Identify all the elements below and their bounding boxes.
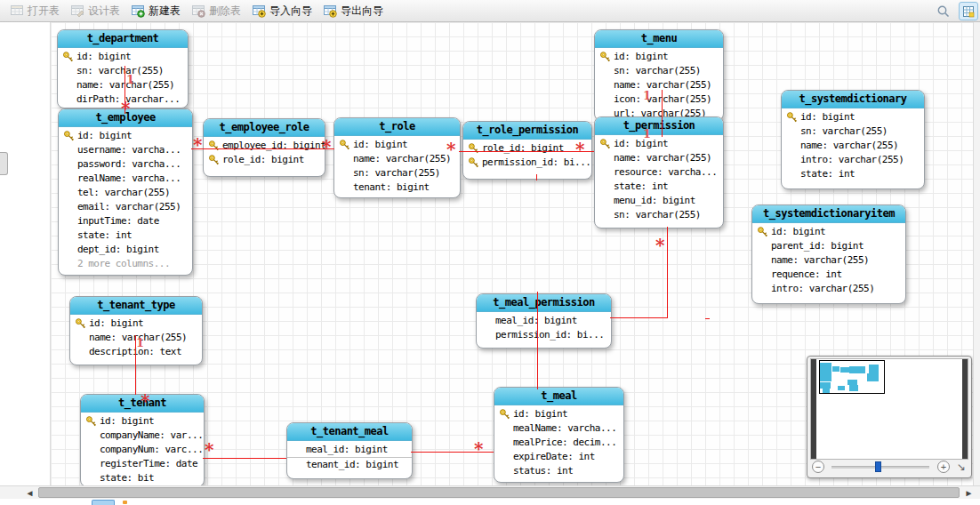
key-spacer [63, 230, 77, 242]
zoom-in-button[interactable]: + [937, 461, 950, 473]
key-spacer [786, 155, 800, 166]
key-spacer [75, 347, 89, 358]
resize-handle-icon[interactable]: ↘ [957, 461, 966, 473]
key-spacer [292, 460, 306, 471]
field-text: resource: varcha... [614, 165, 717, 180]
table-t_systemdictionary[interactable]: t_systemdictionary id: bigintsn: varchar… [781, 90, 925, 189]
primary-key-icon [63, 131, 75, 142]
table-t_employee[interactable]: t_employee id: bigintusername: varcha...… [58, 108, 193, 276]
table-field-row: dept_id: bigint [59, 243, 192, 257]
table-field-row: role_id: bigint [204, 153, 325, 167]
table-t_menu[interactable]: t_menu id: bigintsn: varchar(255)name: v… [594, 29, 724, 121]
zoom-out-button[interactable]: − [812, 461, 824, 473]
toolbar-button-import-wizard[interactable]: 导入向导 [247, 2, 318, 20]
toolbar-button-new-table[interactable]: 新建表 [126, 2, 187, 20]
table-t_role_permission[interactable]: t_role_permission role_id: bigint permis… [462, 121, 592, 180]
grid-view-button[interactable] [959, 2, 978, 20]
key-spacer [62, 94, 76, 106]
primary-key-cell [757, 227, 771, 238]
table-field-row: name: varchar(255) [334, 152, 460, 166]
field-text: id: bigint [353, 138, 407, 152]
field-text: state: int [614, 180, 668, 194]
field-text: companyName: var... [100, 429, 203, 443]
field-text: realName: varcha... [77, 172, 181, 186]
er-diagram-window: 打开表 设计表 新建表 删除表 导入向导 导出向导 t_department i… [0, 0, 980, 505]
table-t_tenant_meal[interactable]: t_tenant_mealmeal_id: biginttenant_id: b… [286, 422, 413, 479]
scroll-right-arrow-icon[interactable]: ► [963, 487, 975, 499]
field-text: mealPrice: decim... [513, 436, 616, 450]
primary-key-cell [339, 140, 353, 151]
table-field-row: employee_id: bigint [204, 139, 325, 153]
table-t_permission[interactable]: t_permission id: bigintname: varchar(255… [594, 116, 724, 228]
key-spacer [339, 168, 353, 180]
table-t_role[interactable]: t_role id: bigintname: varchar(255)sn: v… [333, 117, 461, 198]
table-t_department[interactable]: t_department id: bigintsn: varchar(255)n… [57, 29, 189, 108]
key-spacer [599, 80, 614, 92]
table-title: t_tenant_type [70, 297, 202, 315]
overview-map[interactable] [810, 358, 968, 460]
cardinality-label: 1 [643, 89, 651, 102]
key-spacer [499, 437, 513, 449]
table-field-row: state: int [595, 180, 723, 194]
table-field-row: name: varchar(255) [595, 78, 723, 92]
table-field-list: id: bigintparent_id: bigintname: varchar… [752, 223, 905, 296]
table-t_employee_role[interactable]: t_employee_role employee_id: bigint role… [203, 118, 325, 177]
table-field-row: companyName: var... [81, 429, 204, 443]
table-field-row: menu_id: bigint [595, 194, 723, 208]
field-text: tel: varchar(255) [77, 186, 170, 200]
toolbar-button-export-wizard[interactable]: 导出向导 [318, 2, 390, 20]
field-text: id: bigint [800, 110, 855, 124]
horizontal-scroll-thumb[interactable] [38, 487, 960, 498]
field-text: name: varchar(255) [614, 78, 711, 92]
table-title: t_systemdictionary [782, 91, 924, 108]
table-field-row: password: varcha... [59, 157, 192, 172]
new-table-icon [131, 4, 145, 18]
relationship-line [705, 318, 710, 319]
scroll-left-arrow-icon[interactable]: ◄ [24, 487, 36, 499]
field-text: password: varcha... [77, 157, 181, 172]
table-field-row: tenant: bigint [334, 180, 460, 195]
table-t_meal[interactable]: t_meal id: bigintmealName: varcha...meal… [494, 387, 624, 483]
key-spacer [757, 255, 771, 267]
minimap-viewport-rect[interactable] [819, 360, 885, 394]
relationship-line [610, 317, 667, 318]
table-field-row: 2 more columns... [59, 257, 192, 271]
vertical-scrollbar[interactable] [973, 22, 980, 485]
table-field-row: expireDate: int [494, 450, 623, 464]
key-spacer [757, 269, 771, 281]
field-text: requence: int [771, 268, 842, 282]
cardinality-label: * [446, 143, 455, 156]
diagram-tab-icon[interactable] [92, 500, 115, 505]
table-t_meal_permission[interactable]: t_meal_permissionmeal_id: bigintpermissi… [476, 293, 612, 349]
field-text: id: bigint [614, 50, 668, 64]
table-field-row: parent_id: bigint [752, 239, 905, 253]
table-field-row: id: bigint [782, 110, 924, 124]
search-button[interactable] [934, 2, 953, 20]
table-field-row: tenant_id: bigint [287, 457, 412, 472]
field-text: meal_id: bigint [495, 314, 577, 328]
field-text: id: bigint [77, 129, 132, 143]
zoom-controls: − + ↘ [807, 460, 971, 476]
relationship-line [537, 292, 538, 389]
field-text: state: bit [100, 471, 154, 485]
table-field-row: name: varchar(255) [752, 253, 905, 268]
table-title: t_meal_permission [477, 294, 611, 312]
table-title: t_role [334, 118, 460, 136]
table-t_systemdictionaryitem[interactable]: t_systemdictionaryitem id: bigintparent_… [751, 204, 906, 304]
key-spacer [63, 188, 77, 199]
table-field-list: id: bigintname: varchar(255)resource: va… [595, 135, 723, 222]
primary-key-icon [499, 409, 510, 421]
table-field-list: id: bigintmealName: varcha...mealPrice: … [494, 405, 623, 478]
table-title: t_department [58, 30, 188, 48]
open-table-icon [10, 4, 24, 18]
table-t_tenant_type[interactable]: t_tenant_type id: bigintname: varchar(25… [69, 296, 203, 365]
zoom-slider-thumb[interactable] [875, 461, 881, 472]
table-field-row: registerTime: date [81, 457, 204, 471]
collapsed-panel-handle[interactable] [0, 152, 8, 175]
key-spacer [786, 126, 800, 138]
table-field-row: sn: varchar(255) [334, 166, 460, 180]
primary-key-icon [757, 227, 768, 238]
field-text: companyNum: varc... [100, 443, 203, 457]
table-field-row: id: bigint [81, 414, 204, 429]
horizontal-scrollbar[interactable]: ◄ ► [0, 485, 980, 500]
